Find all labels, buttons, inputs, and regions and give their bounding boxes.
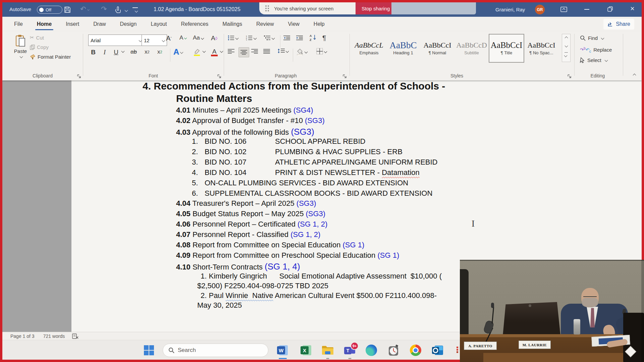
font-dialog-launcher[interactable] — [217, 74, 221, 78]
tab-design[interactable]: Design — [113, 17, 144, 31]
copy-button[interactable]: Copy — [30, 44, 49, 50]
tab-mailings[interactable]: Mailings — [215, 17, 249, 31]
underline-chevron[interactable] — [120, 50, 124, 52]
doc-heading-line2[interactable]: Routine Matters — [176, 93, 252, 104]
taskbar-icon-file-explorer[interactable] — [321, 344, 334, 357]
agenda-item[interactable]: 4.06 Personnel Report – Certificated (SG… — [176, 220, 327, 229]
italic-button[interactable]: I — [101, 49, 108, 56]
tab-view[interactable]: View — [281, 17, 306, 31]
subscript-button[interactable]: x2 — [145, 49, 150, 55]
styles-scroll-up[interactable] — [565, 37, 568, 40]
bid-item[interactable]: 5.ON-CALL PLUMBING SERVICES - BID AWARD … — [192, 179, 408, 187]
agenda-item[interactable]: 4.07 Personnel Report - Classified (SG 1… — [176, 230, 320, 239]
tab-home[interactable]: Home — [30, 17, 59, 31]
multilevel-list-button[interactable] — [264, 35, 274, 41]
qat-customize-icon[interactable] — [132, 7, 138, 8]
agenda-item[interactable]: 4.01 Minutes – April 2025 Meetings (SG4) — [176, 106, 313, 115]
close-button[interactable]: × — [630, 4, 635, 13]
ribbon-display-options-icon[interactable] — [560, 6, 568, 13]
agenda-item[interactable]: 4.04 Treasurer's Report – April 2025 (SG… — [176, 199, 316, 208]
contract-line[interactable]: May 30, 2025 — [197, 301, 242, 310]
sort-button[interactable]: AZ — [310, 34, 317, 41]
cut-button[interactable]: ✂Cut — [30, 35, 44, 41]
shading-button[interactable] — [296, 48, 307, 55]
styles-more-button[interactable] — [565, 52, 568, 59]
account-name[interactable]: Granieri, Ray — [495, 7, 525, 12]
contract-line[interactable]: 1. Kimberly Gingrich Social Emotional Ad… — [201, 272, 442, 281]
tab-layout[interactable]: Layout — [144, 17, 174, 31]
qat-customize-chevron[interactable] — [135, 9, 138, 13]
find-button[interactable]: Find — [580, 35, 604, 41]
agenda-item[interactable]: 4.10 Short-Term Contracts (SG 1, 4) — [176, 261, 300, 272]
replace-button[interactable]: ↷b↶c Replace — [580, 46, 612, 53]
align-left-button[interactable] — [228, 49, 234, 54]
search-input[interactable]: Search — [163, 344, 268, 357]
align-right-button[interactable] — [251, 49, 258, 54]
word-count[interactable]: 721 words — [43, 334, 65, 339]
taskbar-icon-outlook[interactable] — [431, 344, 444, 357]
agenda-item[interactable]: 4.09 Report from Committee on Preschool … — [176, 251, 399, 260]
agenda-item[interactable]: 4.08 Report from Committee on Special Ed… — [176, 241, 364, 249]
touch-mode-chevron[interactable] — [125, 9, 128, 12]
page-count[interactable]: Page 1 of 3 — [10, 334, 35, 339]
style-no-spacing[interactable]: AaBbCcI ¶ No Spac... — [524, 35, 558, 62]
numbered-list-button[interactable]: 123 — [246, 35, 256, 41]
font-color-chevron[interactable] — [219, 50, 223, 52]
styles-dialog-launcher[interactable] — [567, 74, 572, 78]
style-subtitle[interactable]: AaBbCcD Subtitle — [454, 35, 489, 62]
font-family-combo[interactable]: Arial — [88, 35, 144, 46]
paste-button[interactable]: Paste — [10, 34, 31, 66]
collapse-ribbon-chevron[interactable] — [633, 74, 636, 77]
account-avatar[interactable]: GR — [535, 5, 545, 14]
superscript-button[interactable]: x2 — [157, 49, 162, 55]
grow-font-icon[interactable]: Aˆ — [166, 35, 172, 42]
style-normal[interactable]: AaBbCcI ¶ Normal — [420, 35, 454, 62]
restore-button[interactable] — [607, 6, 613, 12]
style-emphasis[interactable]: AaBbCcL Emphasis — [352, 35, 386, 62]
bid-item[interactable]: 1.BID NO. 106SCHOOL APPAREL REBID — [192, 137, 365, 146]
style-heading1[interactable]: AaBbC Heading 1 — [386, 35, 420, 62]
tab-file[interactable]: File — [7, 17, 30, 31]
bid-item[interactable]: 3.BID NO. 107ATHLETIC APPAREL/INGAME UNI… — [192, 158, 437, 167]
tab-help[interactable]: Help — [307, 17, 332, 31]
increase-indent-button[interactable] — [296, 35, 303, 41]
clipboard-dialog-launcher[interactable] — [77, 74, 81, 78]
taskbar-icon-word[interactable]: W — [276, 344, 289, 357]
styles-scroll-down[interactable] — [565, 44, 568, 48]
bold-button[interactable]: B — [89, 49, 98, 56]
undo-icon[interactable]: ↶ — [80, 5, 89, 13]
taskbar-icon-clock-app[interactable] — [387, 344, 400, 357]
contract-line[interactable]: 2. Paul Winnie Native American Cultural … — [201, 291, 437, 300]
paragraph-dialog-launcher[interactable] — [342, 74, 347, 78]
bid-item[interactable]: 4.BID NO. 104PRINT & DIST NEWSLETTER - D… — [192, 168, 420, 177]
align-center-button[interactable] — [238, 47, 249, 57]
doc-heading-line1[interactable]: 4. Recommended Actions from the Superint… — [143, 80, 445, 92]
touch-mode-icon[interactable] — [114, 6, 121, 13]
taskbar-icon-chrome[interactable] — [409, 344, 422, 357]
contract-line[interactable]: $2,500) F2250.404-098-0725 TBD 2025 — [197, 282, 328, 290]
stop-sharing-button[interactable]: Stop sharing — [356, 2, 396, 14]
bullet-list-button[interactable] — [228, 35, 238, 41]
borders-button[interactable] — [316, 48, 327, 55]
justify-button[interactable] — [263, 49, 270, 54]
start-button[interactable] — [143, 344, 155, 357]
format-painter-button[interactable]: Format Painter — [30, 54, 71, 60]
text-effects-button[interactable]: A — [173, 47, 183, 57]
decrease-indent-button[interactable] — [283, 35, 290, 41]
font-color-button[interactable]: A — [211, 48, 218, 56]
agenda-item[interactable]: 4.03 Approval of the following Bids (SG3… — [176, 127, 314, 137]
clear-formatting-icon[interactable]: A◊ — [211, 35, 217, 42]
font-size-combo[interactable]: 12 — [142, 35, 167, 46]
change-case-icon[interactable]: Aa — [193, 35, 204, 41]
style-title-selected[interactable]: AaBbCcI ¶ Title — [489, 34, 524, 63]
select-button[interactable]: Select — [580, 57, 607, 63]
shrink-font-icon[interactable]: A — [179, 35, 186, 41]
share-button[interactable]: Share — [603, 19, 634, 29]
highlight-button[interactable] — [193, 48, 201, 56]
taskbar-icon-teams[interactable]: T 9+ — [343, 344, 356, 357]
autosave-toggle[interactable]: Off — [37, 6, 62, 14]
taskbar-icon-excel[interactable]: X — [300, 344, 313, 357]
bid-item[interactable]: 6.SUPPLEMENTAL CLASSROOM BOOKS - BID AWA… — [192, 189, 432, 198]
strikethrough-button[interactable]: ab — [130, 49, 137, 55]
tab-references[interactable]: References — [174, 17, 215, 31]
